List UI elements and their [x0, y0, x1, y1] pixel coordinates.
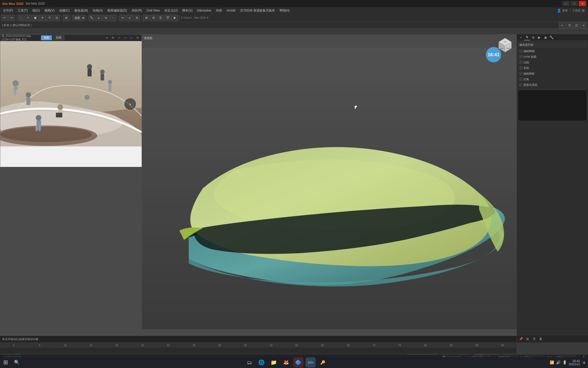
modifier-item-6[interactable]: ✓ 塑形化系统 — [518, 82, 587, 88]
rotate-button[interactable]: ↻ — [46, 15, 53, 21]
mod-check-4[interactable]: ✓ — [519, 72, 522, 75]
mod-check-0[interactable]: ✓ — [519, 50, 522, 53]
mod-check-2[interactable]: ✓ — [519, 61, 522, 64]
t-mark-45: 45 — [232, 344, 258, 347]
iv-close-btn[interactable]: ✕ — [135, 35, 140, 40]
menu-tools[interactable]: 工具(T) — [16, 8, 30, 13]
iv-maximize-btn[interactable]: □ — [129, 35, 134, 40]
rp-tab-plus[interactable]: + — [518, 35, 524, 40]
menu-help[interactable]: 帮助(H) — [277, 8, 292, 13]
menu-script[interactable]: 脚本(S) — [180, 8, 194, 13]
angle-snap[interactable]: ∠ — [95, 15, 102, 21]
tray-icon-volume[interactable]: 🔊 — [556, 360, 560, 364]
tray-show-desktop[interactable]: ▮ — [582, 361, 585, 364]
rp-icon-delete[interactable]: 🗑 — [538, 336, 544, 342]
graph-button[interactable]: ⊞ — [143, 15, 150, 21]
menu-file[interactable]: 文件(F) — [1, 8, 15, 13]
render-btn[interactable]: ▶ — [172, 15, 178, 21]
tray-icon-network[interactable]: 📶 — [550, 360, 554, 364]
menu-graph-editor[interactable]: 图形编辑器(D) — [105, 8, 129, 13]
menu-modifier[interactable]: 修改器(M) — [72, 8, 90, 13]
modifier-item-2[interactable]: ✓ 法线 — [518, 60, 587, 65]
tb2-btn4[interactable]: ≡ — [580, 22, 587, 28]
select-all-button[interactable]: ⬚ — [18, 15, 24, 21]
system-clock[interactable]: 16:41 2022/11/1 — [569, 359, 580, 366]
search-button[interactable]: 🔍 — [12, 357, 22, 367]
mod-check-5[interactable]: ✓ — [519, 78, 522, 81]
tab-meitu[interactable]: 美图 — [41, 35, 52, 40]
iv-minimize-btn[interactable]: — — [123, 35, 128, 40]
taskbar-app1[interactable]: 🔷 — [293, 357, 303, 367]
menu-resource[interactable]: 百万吐特-资源收集月版本 — [238, 8, 277, 13]
tab-koutu[interactable]: 抠图 — [53, 35, 64, 40]
minimize-button[interactable]: — — [562, 1, 570, 6]
percent-snap[interactable]: % — [103, 15, 109, 21]
select-button[interactable]: ↖ — [25, 15, 31, 21]
taskbar-file-explorer[interactable]: 🗂 — [244, 357, 254, 367]
taskbar-firefox[interactable]: 🦊 — [281, 357, 291, 367]
tb2-btn1[interactable]: + — [559, 22, 566, 28]
viewport-3d[interactable]: 透视图 — [142, 34, 517, 342]
modifier-item-1[interactable]: ✓ UVW 贴图 — [518, 54, 587, 60]
close-button[interactable]: ✕ — [579, 1, 586, 6]
rp-tab-modify[interactable]: ✎ — [524, 35, 530, 40]
tray-icon-battery[interactable]: 🔋 — [562, 360, 567, 364]
redo-button[interactable]: ↪ — [8, 15, 15, 21]
mod-check-3[interactable]: ✓ — [519, 66, 522, 70]
menu-render[interactable]: 演染(R) — [129, 8, 144, 13]
graph2-button[interactable]: ⊟ — [150, 15, 157, 21]
align2-button[interactable]: ⊟ — [133, 15, 140, 21]
menu-arnold[interactable]: Arnold — [225, 8, 238, 13]
menu-group[interactable]: 组(G) — [30, 8, 42, 13]
iv-refresh-btn[interactable]: ↻ — [111, 35, 116, 40]
render-setup[interactable]: 🎬 — [164, 15, 171, 21]
rp-tab-hierarchy[interactable]: ⊕ — [530, 35, 536, 40]
modifier-item-0[interactable]: ✓ 编辑网格 — [518, 48, 587, 54]
move-button[interactable]: ✛ — [39, 15, 46, 21]
view-cube[interactable]: TOP LEFT FRONT — [496, 37, 514, 55]
iv-options-btn[interactable]: ≡ — [104, 35, 109, 40]
rp-tab-utilities[interactable]: 🔧 — [548, 35, 555, 40]
menu-content[interactable]: 内容 — [214, 8, 224, 13]
menu-view[interactable]: 视图(V) — [42, 8, 57, 13]
rp-tab-motion[interactable]: ▶ — [536, 35, 542, 40]
start-button[interactable]: ⊞ — [1, 357, 11, 367]
next-image-button[interactable]: › — [124, 98, 137, 110]
mod-check-6[interactable]: ✓ — [519, 83, 522, 86]
mirror-button[interactable]: ⇔ — [119, 15, 126, 21]
align-button[interactable]: ≡ — [126, 15, 133, 21]
modifier-item-5[interactable]: ✓ 次角 — [518, 76, 587, 82]
menu-animation[interactable]: 动画(A) — [91, 8, 105, 13]
undo-button[interactable]: ↩ — [1, 15, 8, 21]
tb2-btn3[interactable]: ◫ — [573, 22, 580, 28]
layers-button[interactable]: ☰ — [157, 15, 164, 21]
rp-icon-list[interactable]: ☰ — [531, 336, 537, 342]
svg-rect-36 — [519, 90, 586, 121]
modifier-item-4[interactable]: ✓ 编辑网格 — [518, 71, 587, 76]
spinner-snap[interactable]: ~ — [110, 15, 116, 21]
rp-icon-grid[interactable]: ⊞ — [524, 336, 531, 342]
coord-button[interactable]: ⊕ — [63, 15, 69, 21]
view-dropdown[interactable]: 视图 — [72, 15, 85, 21]
menu-customize[interactable]: 自定义(U) — [162, 8, 180, 13]
menu-interactive[interactable]: Interactive — [195, 8, 213, 13]
taskbar-app2[interactable]: 🔑 — [318, 357, 328, 367]
iv-fullscreen-btn[interactable]: ⤢ — [117, 35, 122, 40]
select-region-button[interactable]: ▣ — [32, 15, 39, 21]
rp-tab-display[interactable]: ◉ — [542, 35, 548, 40]
taskbar-folder[interactable]: 📁 — [269, 357, 279, 367]
taskbar-browser[interactable]: 🌐 — [256, 357, 267, 367]
snap-toggle[interactable]: 🔧 — [88, 15, 95, 21]
login-text[interactable]: 登录 — [562, 9, 568, 13]
maximize-button[interactable]: □ — [571, 1, 578, 6]
mod-check-1[interactable]: ✓ — [519, 55, 522, 58]
modifier-item-3[interactable]: ✓ 车削 — [518, 65, 587, 71]
menu-civil[interactable]: Civil View — [144, 8, 162, 13]
toolbar-sep2 — [61, 15, 62, 20]
rp-icon-pin[interactable]: 📌 — [518, 336, 524, 342]
tb2-btn2[interactable]: ⊡ — [566, 22, 573, 28]
menu-create[interactable]: 创建(C) — [57, 8, 72, 13]
taskbar-3dsmax[interactable]: 3ds — [305, 357, 316, 367]
scale-button[interactable]: ⊡ — [53, 15, 60, 21]
timeline-track[interactable] — [0, 348, 517, 353]
